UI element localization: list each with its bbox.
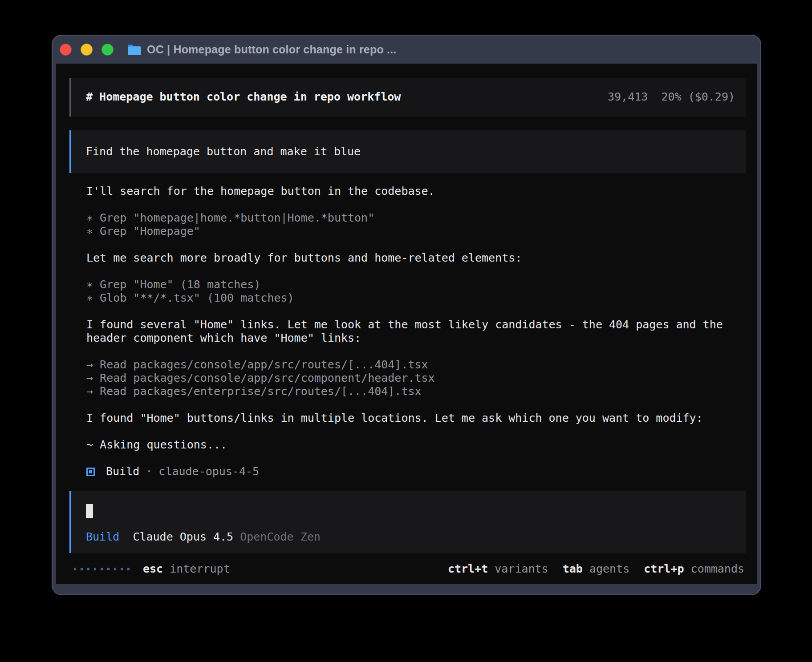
- folder-icon: [127, 44, 141, 56]
- text-cursor: [86, 504, 93, 518]
- zoom-button[interactable]: [102, 44, 114, 56]
- status-left: esc interrupt: [74, 562, 230, 576]
- prompt-input[interactable]: Build Claude Opus 4.5 OpenCode Zen: [69, 491, 746, 553]
- transcript-line: ∗ Grep "Home" (18 matches) ∗ Glob "**/*.…: [86, 278, 746, 305]
- session-header: # Homepage button color change in repo w…: [69, 78, 746, 117]
- status-right: ctrl+t variants tab agents ctrl+p comman…: [448, 562, 744, 576]
- terminal-content: # Homepage button color change in repo w…: [56, 64, 757, 584]
- agent-name: Build: [106, 465, 139, 478]
- user-message: Find the homepage button and make it blu…: [69, 130, 746, 173]
- transcript-line: → Read packages/console/app/src/routes/[…: [86, 358, 746, 398]
- transcript-line: I found several "Home" links. Let me loo…: [86, 318, 746, 345]
- traffic-lights: [60, 44, 114, 56]
- status-bar: esc interrupt ctrl+t variants tab agents…: [69, 562, 746, 576]
- input-model: Claude Opus 4.5: [133, 530, 233, 543]
- agent-model: claude-opus-4-5: [158, 465, 259, 478]
- input-provider: OpenCode Zen: [240, 530, 321, 543]
- input-mode: Build: [86, 530, 119, 543]
- hint-interrupt: esc interrupt: [143, 562, 230, 576]
- agent-separator: ·: [146, 465, 152, 478]
- transcript-line: ~ Asking questions...: [86, 438, 746, 452]
- assistant-transcript: I'll search for the homepage button in t…: [69, 185, 746, 465]
- terminal-window: OC | Homepage button color change in rep…: [52, 35, 761, 595]
- session-title: # Homepage button color change in repo w…: [86, 90, 401, 104]
- keyboard-hint: ctrl+t variants: [448, 562, 548, 576]
- input-mode-row: Build Claude Opus 4.5 OpenCode Zen: [86, 530, 735, 544]
- transcript-line: ∗ Grep "homepage|home.*button|Home.*butt…: [86, 211, 746, 238]
- spinner-dots: [74, 568, 130, 570]
- transcript-line: Let me search more broadly for buttons a…: [86, 251, 746, 265]
- agent-status-row: Build · claude-opus-4-5: [69, 465, 746, 478]
- session-token-stats: 39,413 20% ($0.29): [608, 90, 735, 104]
- transcript-line: I'll search for the homepage button in t…: [86, 185, 746, 198]
- titlebar: OC | Homepage button color change in rep…: [53, 36, 760, 64]
- agent-icon: [86, 468, 95, 476]
- minimize-button[interactable]: [81, 44, 93, 56]
- keyboard-hint: tab agents: [563, 562, 630, 576]
- transcript-line: I found "Home" buttons/links in multiple…: [86, 412, 746, 425]
- keyboard-hint: ctrl+p commands: [644, 562, 744, 576]
- window-title: OC | Homepage button color change in rep…: [147, 43, 396, 56]
- close-button[interactable]: [60, 44, 72, 56]
